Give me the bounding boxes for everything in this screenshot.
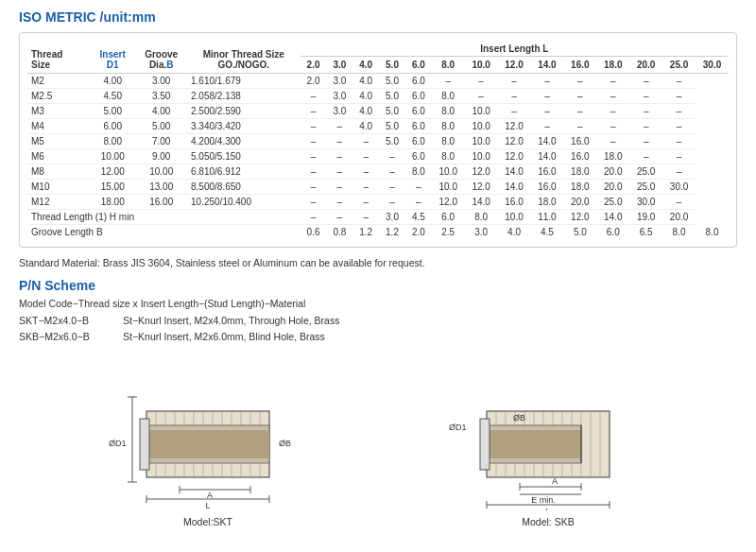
label-a-skb: A: [552, 476, 558, 486]
label-od1-skb: ØD1: [449, 423, 467, 432]
skb-diagram-block: ØD1 ØB A E min. L Model: SKB: [444, 359, 652, 527]
label-emin-skb: E min.: [531, 495, 556, 505]
table-body: M24.003.001.610/1.6792.03.04.05.06.0––––…: [27, 74, 729, 240]
table-row: M58.007.004.200/4.300–––5.06.08.010.012.…: [27, 134, 729, 149]
len-col-30: 3.0: [326, 57, 352, 74]
table-row: M35.004.002.500/2.590–3.04.05.06.08.010.…: [27, 104, 729, 119]
pn-examples: SKT−M2x4.0−B St−Knurl Insert, M2x4.0mm, …: [19, 313, 737, 345]
len-col-120: 12.0: [498, 57, 531, 74]
len-col-160: 16.0: [563, 57, 596, 74]
skt-model-label: Model:SKT: [183, 516, 232, 527]
label-od1-skt: ØD1: [109, 439, 127, 448]
skt-diagram-block: ØD1 ØB A L Model:SKT: [104, 359, 312, 527]
col-minor-thread: Minor Thread SizeGO./NOGO.: [187, 41, 301, 74]
metric-table-wrapper: ThreadSize InsertD1 GrooveDia.B Minor Th…: [19, 32, 737, 248]
table-row: Groove Length B0.60.81.21.22.02.53.04.04…: [27, 225, 729, 240]
len-col-200: 20.0: [629, 57, 662, 74]
skt-diagram-svg: ØD1 ØB A L: [104, 359, 312, 510]
len-col-40: 4.0: [352, 57, 379, 74]
pn-example-2: SKB−M2x6.0−B St−Knurl Insert, M2x6.0mm, …: [19, 329, 737, 345]
col-groove-dia: GrooveDia.B: [135, 41, 187, 74]
table-row: M1218.0016.0010.250/10.400–––––12.014.01…: [27, 195, 729, 210]
len-col-300: 30.0: [696, 57, 729, 74]
diagrams-section: ØD1 ØB A L Model:SKT: [19, 359, 737, 527]
svg-rect-39: [487, 430, 581, 458]
table-row: M46.005.003.340/3.420––4.05.06.08.010.01…: [27, 119, 729, 134]
label-ob-skb: ØB: [513, 413, 525, 423]
len-col-140: 14.0: [530, 57, 563, 74]
table-row: M610.009.005.050/5.150––––6.08.010.012.0…: [27, 149, 729, 164]
table-header-row: ThreadSize InsertD1 GrooveDia.B Minor Th…: [27, 41, 729, 57]
skb-model-label: Model: SKB: [522, 516, 574, 527]
pn-example-1: SKT−M2x4.0−B St−Knurl Insert, M2x4.0mm, …: [19, 313, 737, 329]
standard-material-note: Standard Material: Brass JIS 3604, Stain…: [19, 257, 737, 268]
col-insert-d1: InsertD1: [90, 41, 135, 74]
skb-diagram-svg: ØD1 ØB A E min. L: [444, 359, 652, 510]
len-col-180: 18.0: [596, 57, 629, 74]
table-row: M1015.0013.008.500/8.650–––––10.012.014.…: [27, 180, 729, 195]
len-col-20: 2.0: [301, 57, 327, 74]
pn-code-2: SKB−M2x6.0−B: [19, 329, 104, 345]
page-title: ISO METRIC /unit:mm: [19, 9, 737, 25]
len-col-250: 25.0: [662, 57, 696, 74]
label-l-skt: L: [205, 501, 210, 510]
svg-rect-17: [146, 430, 269, 458]
col-thread-size: ThreadSize: [27, 41, 90, 74]
col-insert-length-header: Insert Length L: [301, 41, 729, 57]
len-col-100: 10.0: [465, 57, 498, 74]
pn-scheme-title: P/N Scheme: [19, 278, 737, 293]
metric-table: ThreadSize InsertD1 GrooveDia.B Minor Th…: [27, 41, 729, 239]
table-row: Thread Length (1) H min–––3.04.56.08.010…: [27, 210, 729, 225]
len-col-80: 8.0: [432, 57, 465, 74]
table-row: M2.54.503.502.058/2.138–3.04.05.06.08.0–…: [27, 89, 729, 104]
svg-rect-18: [140, 419, 149, 470]
pn-desc-2: St−Knurl Insert, M2x6.0mm, Blind Hole, B…: [123, 329, 325, 345]
table-row: M24.003.001.610/1.6792.03.04.05.06.0––––…: [27, 74, 729, 89]
len-col-50: 5.0: [379, 57, 405, 74]
len-col-60: 6.0: [405, 57, 432, 74]
label-ob-skt: ØB: [279, 439, 291, 448]
label-l-skb: L: [545, 507, 550, 510]
table-row: M812.0010.006.810/6.912––––8.010.012.014…: [27, 164, 729, 180]
pn-desc-1: St−Knurl Insert, M2x4.0mm, Through Hole,…: [123, 313, 339, 329]
svg-rect-41: [480, 419, 490, 470]
pn-code-1: SKT−M2x4.0−B: [19, 313, 104, 329]
pn-model-code-label: Model Code−Thread size x Insert Length−(…: [19, 298, 737, 309]
